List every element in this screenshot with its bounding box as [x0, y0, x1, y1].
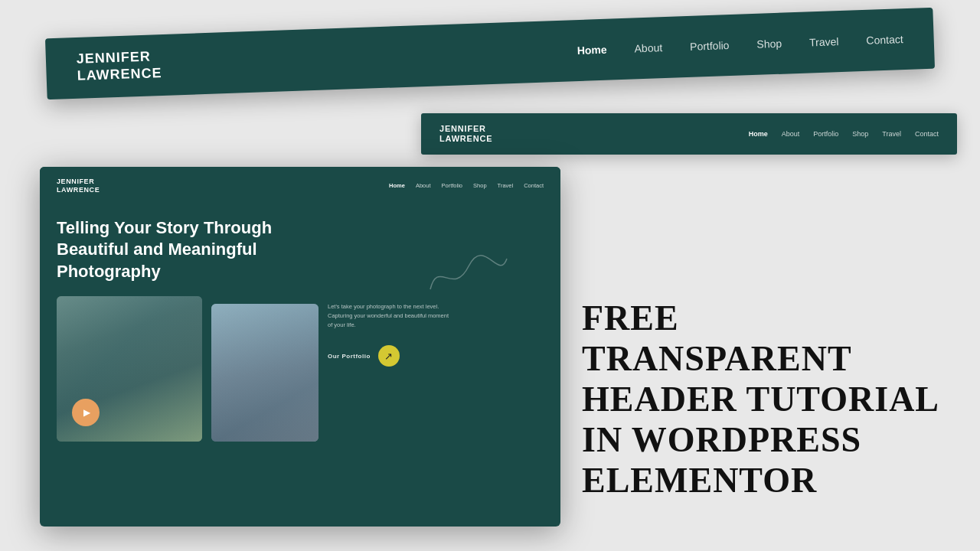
images-row: Let's take your photograph to the next l…	[57, 296, 544, 442]
nav-portfolio-medium[interactable]: Portfolio	[813, 130, 838, 138]
hero-right-text: Let's take your photograph to the next l…	[328, 296, 544, 367]
header-card-medium: JENNIFER LAWRENCE Home About Portfolio S…	[421, 113, 957, 155]
nav-home-large[interactable]: Home	[577, 44, 606, 57]
logo-medium: JENNIFER LAWRENCE	[439, 124, 492, 144]
arrow-button[interactable]: ↗	[378, 345, 400, 367]
hero-section: Telling Your Story Through Beautiful and…	[40, 202, 560, 442]
header-card-large: JENNIFER LAWRENCE Home About Portfolio S…	[45, 8, 935, 99]
nav-portfolio-large[interactable]: Portfolio	[690, 39, 730, 53]
hero-title: Telling Your Story Through Beautiful and…	[57, 217, 317, 283]
sidebar-promo-text: FREE TRANSPARENT HEADER TUTORIAL IN WORD…	[582, 298, 949, 500]
logo-mini: JENNIFER LAWRENCE	[57, 178, 100, 194]
nav-home-mini[interactable]: Home	[389, 182, 405, 189]
nav-shop-large[interactable]: Shop	[756, 37, 782, 51]
nav-about-medium[interactable]: About	[782, 130, 800, 138]
nav-about-large[interactable]: About	[634, 41, 662, 54]
logo-large: JENNIFER LAWRENCE	[77, 48, 162, 84]
nav-medium: Home About Portfolio Shop Travel Contact	[749, 130, 939, 138]
nav-mini: Home About Portfolio Shop Travel Contact	[389, 182, 544, 189]
photo-thumb-2	[211, 304, 318, 442]
nav-contact-medium[interactable]: Contact	[915, 130, 939, 138]
nav-large: Home About Portfolio Shop Travel Contact	[577, 33, 903, 57]
photo-thumb-1	[57, 296, 202, 442]
nav-portfolio-mini[interactable]: Portfolio	[442, 182, 463, 189]
website-preview: JENNIFER LAWRENCE Home About Portfolio S…	[40, 167, 560, 527]
mini-header: JENNIFER LAWRENCE Home About Portfolio S…	[40, 167, 560, 202]
nav-contact-large[interactable]: Contact	[866, 33, 903, 47]
play-button[interactable]	[72, 399, 100, 426]
nav-shop-medium[interactable]: Shop	[852, 130, 868, 138]
promo-heading: FREE TRANSPARENT HEADER TUTORIAL IN WORD…	[582, 298, 949, 500]
portfolio-label: Our Portfolio	[328, 353, 371, 360]
hero-description: Let's take your photograph to the next l…	[328, 302, 450, 330]
portfolio-cta-row: Our Portfolio ↗	[328, 345, 544, 367]
squiggle-decoration	[423, 243, 514, 305]
nav-shop-mini[interactable]: Shop	[473, 182, 487, 189]
nav-home-medium[interactable]: Home	[749, 130, 768, 138]
nav-travel-medium[interactable]: Travel	[882, 130, 901, 138]
nav-contact-mini[interactable]: Contact	[524, 182, 544, 189]
nav-travel-large[interactable]: Travel	[809, 35, 839, 48]
nav-about-mini[interactable]: About	[416, 182, 431, 189]
nav-travel-mini[interactable]: Travel	[498, 182, 514, 189]
